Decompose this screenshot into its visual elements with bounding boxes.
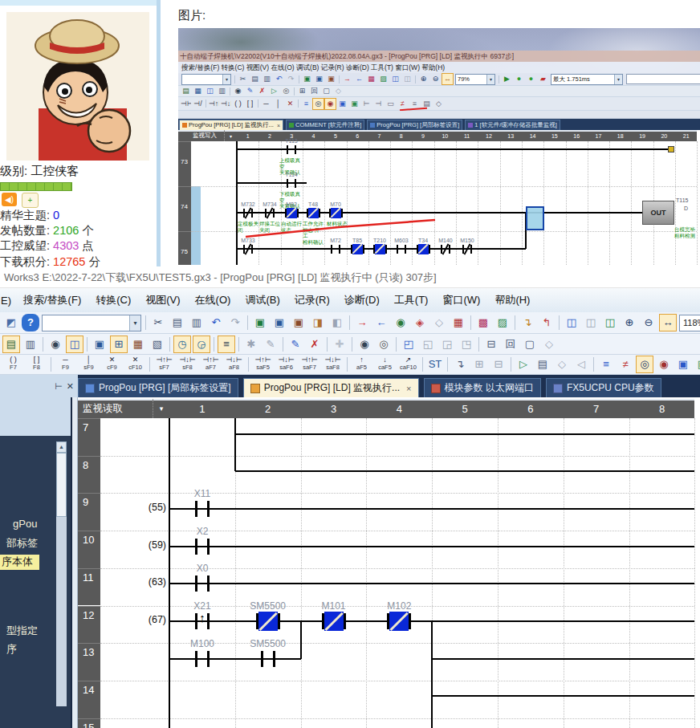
menu-item-9[interactable]: 窗口(W) (435, 293, 487, 307)
list-icon[interactable]: ▥ (216, 85, 228, 97)
contact-X0[interactable] (195, 575, 197, 592)
list-mode-icon[interactable]: ≡ (597, 356, 615, 373)
selected-cell[interactable] (526, 206, 544, 230)
contact-X11[interactable] (195, 501, 197, 517)
row-header-13[interactable]: 13 (78, 643, 100, 681)
run-icon[interactable]: ▶ (501, 73, 513, 85)
row-header-8[interactable]: 8 (78, 456, 100, 494)
zoom-out-icon[interactable]: ⊖ (640, 314, 657, 331)
ladder-symbol-button-F9[interactable]: ─F9 (54, 355, 77, 374)
ladder-symbol-button-sF7[interactable]: ⊣↑⊢sF7 (153, 355, 176, 374)
pin-icon[interactable]: ⊢ (55, 381, 63, 392)
search-dev-icon[interactable]: ◎ (280, 85, 292, 97)
contact-X11[interactable] (207, 501, 210, 517)
wrap-line-icon[interactable]: ↴ (451, 356, 469, 373)
contact-on-M102[interactable] (389, 612, 409, 631)
status-ok-icon[interactable]: ● (513, 73, 525, 85)
embed-status-box[interactable] (626, 74, 700, 84)
ladder-symbol-button-saF5[interactable]: ⊣↑⊢saF5 (251, 355, 275, 374)
out-coil-block[interactable]: OUT (642, 201, 674, 225)
layout-1-icon[interactable]: ⊟ (482, 336, 500, 353)
tree-scrollbar-up-icon[interactable]: ▲ (56, 441, 67, 453)
layout-2-icon[interactable]: 回 (502, 336, 519, 353)
ladder-symbol-button-aF8[interactable]: ⊣↓⊢aF8 (222, 355, 246, 374)
tab-2[interactable]: 模块参数 以太网端口 (424, 378, 541, 397)
io-check-icon[interactable]: ✗ (306, 336, 324, 353)
ladder-symbol-button-sF8[interactable]: ⊣↓⊢sF8 (176, 355, 199, 374)
eye-icon[interactable]: ◉ (356, 336, 373, 353)
flag-icon[interactable]: ▰ (537, 73, 549, 85)
dev-batch2-icon[interactable]: ▧ (149, 336, 166, 353)
audio-badge-icon[interactable]: ◀) (2, 193, 17, 206)
block-icon[interactable]: ▭ (385, 98, 397, 110)
delete-row-icon[interactable]: ⊟ (490, 356, 507, 373)
dock-icon[interactable]: ◫ (204, 85, 216, 97)
redo-icon[interactable]: ↷ (285, 73, 297, 85)
ladder-symbol-button-cF10[interactable]: ✕cF10 (124, 355, 147, 374)
store-icon[interactable]: ◧ (328, 314, 346, 331)
menu-item-1[interactable]: 搜索/替换(F) (16, 293, 88, 307)
dev-find-icon[interactable]: ▣ (336, 98, 348, 110)
misc-icon[interactable]: ◇ (433, 98, 445, 110)
statement-icon[interactable]: ▤ (534, 356, 551, 373)
contact-T113[interactable] (295, 145, 296, 154)
dev-comment-icon[interactable]: ▣ (91, 336, 108, 353)
window-tile-icon[interactable]: ◳ (458, 336, 475, 353)
hline-icon[interactable]: ─ (260, 98, 272, 110)
menu-item-3[interactable]: 视图(V) (138, 293, 187, 307)
dev-batch-icon[interactable]: ▦ (365, 73, 377, 85)
window-2-icon[interactable]: ◫ (401, 73, 413, 85)
menu-item-7[interactable]: 诊断(D) (337, 293, 387, 307)
falling-contact-icon[interactable]: ⊣↓⊢ (220, 98, 232, 110)
inline-st-icon[interactable]: ST (426, 356, 444, 373)
ladder-symbol-button-aF7[interactable]: ⊣↑⊢aF7 (199, 355, 222, 374)
copy-icon[interactable]: ▤ (249, 73, 261, 85)
contact-T114[interactable] (295, 179, 296, 188)
row-header-9[interactable]: 9 (78, 493, 100, 531)
verify-icon[interactable]: ◉ (392, 314, 409, 331)
row-header-14[interactable]: 14 (78, 681, 100, 718)
insert-row-icon[interactable]: ⊞ (470, 356, 488, 373)
chevron-down-icon[interactable]: ▾ (129, 315, 140, 331)
menu-item-5[interactable]: 调试(B) (238, 293, 287, 307)
stopwatch-icon[interactable]: ◷ (173, 336, 191, 353)
chevron-down-icon[interactable]: ▾ (614, 75, 622, 84)
edit-icon[interactable]: ✎ (244, 85, 256, 97)
ladder-symbol-button-sF9[interactable]: │sF9 (77, 355, 100, 374)
dev-monitor-icon[interactable]: ▣ (313, 73, 325, 85)
param-icon[interactable]: ◩ (2, 314, 20, 331)
menu-item-8[interactable]: 工具(T) (387, 293, 436, 307)
tree-item-1[interactable]: 部标签 (6, 536, 38, 551)
contact-T113[interactable] (287, 145, 288, 154)
find-icon[interactable]: ◉ (232, 85, 244, 97)
dev-ref-icon[interactable]: ▦ (129, 336, 147, 353)
row-header-12[interactable]: 12 (78, 606, 100, 644)
tab-3[interactable]: FX5UCPU CPU参数 (546, 378, 661, 397)
tool-icon[interactable]: ✚ (331, 336, 348, 353)
instruction-icon[interactable]: [ ] (244, 98, 256, 110)
dev-add-icon[interactable]: ▣ (694, 356, 700, 373)
row-header-73[interactable]: 73 (178, 141, 191, 186)
contact-T114[interactable] (287, 179, 288, 188)
dev-add-icon[interactable]: ▣ (348, 98, 360, 110)
chevron-down-icon[interactable]: ▾ (222, 75, 230, 84)
docking-window-icon[interactable]: ◫ (66, 336, 83, 353)
close-icon[interactable]: × (406, 384, 411, 393)
tab-2[interactable]: ProgPou [PRG] [局部标签设置] (367, 120, 462, 130)
write-to-plc-icon[interactable]: → (353, 314, 371, 331)
track-icon[interactable]: ≠ (617, 356, 634, 373)
device-skip-icon[interactable]: ◁ (572, 356, 590, 373)
status-ok2-icon[interactable]: ● (525, 73, 537, 85)
copy-icon[interactable]: ▤ (169, 314, 186, 331)
mode-dropdown-icon[interactable]: ▾ (224, 130, 237, 141)
embed-scantime-combobox[interactable]: 最大 1.751ms▾ (551, 74, 623, 85)
monitor-write-icon[interactable]: ▦ (450, 314, 467, 331)
contact-on-M101[interactable] (324, 612, 344, 631)
stopwatch-2-icon[interactable]: ◶ (193, 336, 210, 353)
embed-find-combobox[interactable]: ▾ (181, 74, 231, 85)
contact-on-T210[interactable] (375, 244, 385, 254)
tab-1[interactable]: COMMENT [软元件注释] (286, 120, 364, 130)
window-3-icon[interactable]: ◫ (601, 314, 619, 331)
contact-on-T48[interactable] (308, 208, 319, 218)
contact-M150[interactable] (470, 245, 472, 254)
